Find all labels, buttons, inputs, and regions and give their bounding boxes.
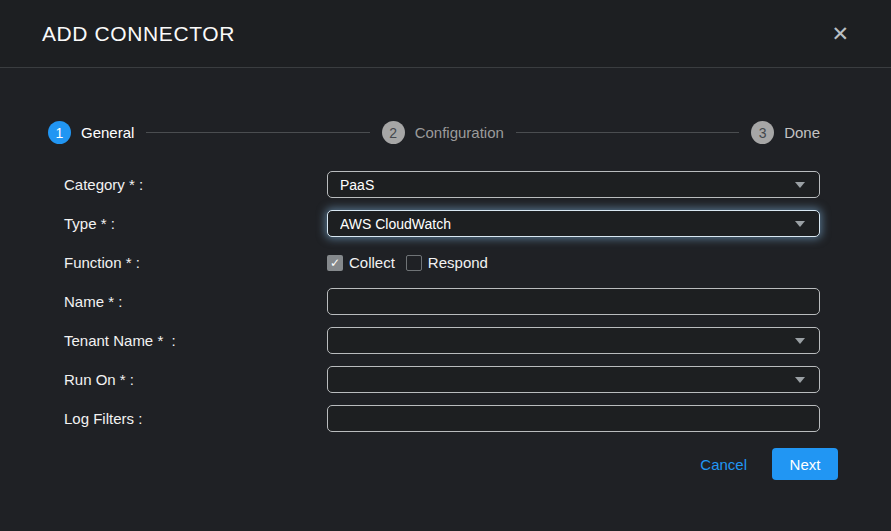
chevron-down-icon bbox=[795, 221, 805, 227]
category-select-value: PaaS bbox=[340, 177, 795, 193]
step-general[interactable]: 1 General bbox=[48, 121, 134, 144]
form-row-run-on: Run On * : bbox=[64, 366, 891, 393]
log-filters-label: Log Filters : bbox=[64, 410, 327, 427]
tenant-name-label: Tenant Name * : bbox=[64, 332, 327, 349]
run-on-label: Run On * : bbox=[64, 371, 327, 388]
function-label: Function * : bbox=[64, 254, 327, 271]
step-2-circle: 2 bbox=[382, 121, 405, 144]
respond-checkbox[interactable]: Respond bbox=[406, 254, 488, 271]
step-done[interactable]: 3 Done bbox=[751, 121, 820, 144]
category-select[interactable]: PaaS bbox=[327, 171, 820, 198]
respond-checkbox-label: Respond bbox=[428, 254, 488, 271]
type-label: Type * : bbox=[64, 215, 327, 232]
checkbox-checked-icon: ✓ bbox=[327, 255, 343, 271]
next-button[interactable]: Next bbox=[772, 448, 838, 480]
chevron-down-icon bbox=[795, 182, 805, 188]
add-connector-dialog: ADD CONNECTOR ✕ 1 General 2 Configuratio… bbox=[0, 0, 891, 531]
form-row-log-filters: Log Filters : bbox=[64, 405, 891, 432]
dialog-title: ADD CONNECTOR bbox=[42, 22, 827, 46]
step-connector-line bbox=[146, 132, 369, 133]
form-row-tenant-name: Tenant Name * : bbox=[64, 327, 891, 354]
step-connector-line bbox=[516, 132, 739, 133]
chevron-down-icon bbox=[795, 338, 805, 344]
run-on-select[interactable] bbox=[327, 366, 820, 393]
form-row-name: Name * : bbox=[64, 288, 891, 315]
type-select[interactable]: AWS CloudWatch bbox=[327, 210, 820, 237]
form-row-category: Category * : PaaS bbox=[64, 171, 891, 198]
cancel-button[interactable]: Cancel bbox=[700, 456, 747, 473]
close-icon[interactable]: ✕ bbox=[827, 19, 853, 48]
wizard-stepper: 1 General 2 Configuration 3 Done bbox=[48, 121, 820, 144]
step-1-label: General bbox=[81, 124, 134, 141]
tenant-name-select[interactable] bbox=[327, 327, 820, 354]
dialog-header: ADD CONNECTOR ✕ bbox=[0, 0, 891, 68]
form-row-type: Type * : AWS CloudWatch bbox=[64, 210, 891, 237]
step-3-label: Done bbox=[784, 124, 820, 141]
connector-form: Category * : PaaS Type * : AWS CloudWatc… bbox=[64, 171, 891, 432]
chevron-down-icon bbox=[795, 377, 805, 383]
form-row-function: Function * : ✓ Collect Respond bbox=[64, 249, 891, 276]
collect-checkbox[interactable]: ✓ Collect bbox=[327, 254, 395, 271]
step-1-circle: 1 bbox=[48, 121, 71, 144]
type-select-value: AWS CloudWatch bbox=[340, 216, 795, 232]
log-filters-input[interactable] bbox=[327, 405, 820, 432]
name-input[interactable] bbox=[327, 288, 820, 315]
step-2-label: Configuration bbox=[415, 124, 504, 141]
function-checkbox-group: ✓ Collect Respond bbox=[327, 254, 488, 271]
step-configuration[interactable]: 2 Configuration bbox=[382, 121, 504, 144]
collect-checkbox-label: Collect bbox=[349, 254, 395, 271]
dialog-actions: Cancel Next bbox=[0, 448, 838, 480]
category-label: Category * : bbox=[64, 176, 327, 193]
step-3-circle: 3 bbox=[751, 121, 774, 144]
checkbox-unchecked-icon bbox=[406, 255, 422, 271]
name-label: Name * : bbox=[64, 293, 327, 310]
